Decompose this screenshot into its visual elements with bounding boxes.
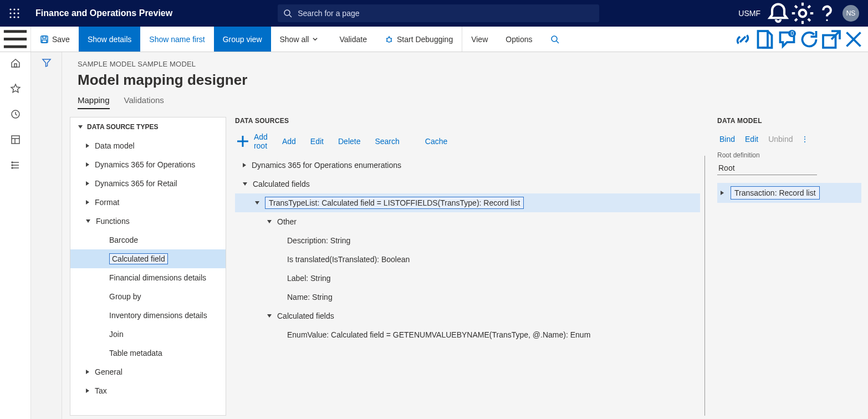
type-tax[interactable]: Tax xyxy=(70,381,226,400)
action-bar: Save Show details Show name first Group … xyxy=(0,27,868,52)
type-d365retail[interactable]: Dynamics 365 for Retail xyxy=(70,174,226,193)
type-d365ops[interactable]: Dynamics 365 for Operations xyxy=(70,155,226,174)
src-enum[interactable]: Dynamics 365 for Operations enumerations xyxy=(235,156,700,175)
link-icon[interactable] xyxy=(732,27,754,52)
type-label: Inventory dimensions details xyxy=(109,311,207,320)
src-label: Calculated fields xyxy=(277,311,334,320)
data-sources-actions: Add root Add Edit Delete Search Cache xyxy=(235,130,705,156)
root-definition-value[interactable]: Root xyxy=(717,161,817,175)
type-group-by[interactable]: Group by xyxy=(70,287,226,306)
gear-icon[interactable] xyxy=(790,0,815,27)
model-tree-row[interactable]: Transaction: Record list xyxy=(717,183,861,203)
type-general[interactable]: General xyxy=(70,362,226,381)
find-button[interactable] xyxy=(542,27,571,52)
nav-toggle-icon[interactable] xyxy=(0,27,31,52)
data-model-actions: Bind Edit Unbind ⋮ xyxy=(717,135,861,144)
add-button[interactable]: Add xyxy=(279,137,296,146)
filter-column xyxy=(31,52,62,419)
app-launcher-icon[interactable] xyxy=(0,8,29,18)
search-input[interactable]: Search for a page xyxy=(278,4,599,22)
src-description[interactable]: Description: String xyxy=(235,231,700,250)
show-details-button[interactable]: Show details xyxy=(79,27,140,52)
src-label: TransTypeList: Calculated field = LISTOF… xyxy=(265,197,524,209)
model-edit-button[interactable]: Edit xyxy=(743,135,758,144)
data-source-types-header[interactable]: DATA SOURCE TYPES xyxy=(70,117,226,136)
svg-point-5 xyxy=(17,12,19,14)
src-other[interactable]: Other xyxy=(235,212,700,231)
caret-right-icon xyxy=(721,191,724,195)
data-model-panel: DATA MODEL Bind Edit Unbind ⋮ Root defin… xyxy=(712,117,861,416)
workspace-icon[interactable] xyxy=(10,134,21,145)
type-financial-dimensions[interactable]: Financial dimensions details xyxy=(70,268,226,287)
model-more-button[interactable]: ⋮ xyxy=(801,135,809,144)
type-inventory-dimensions[interactable]: Inventory dimensions details xyxy=(70,306,226,325)
messages-badge: 0 xyxy=(788,30,796,37)
src-label: EnumValue: Calculated field = GETENUMVAL… xyxy=(287,330,590,339)
home-icon[interactable] xyxy=(10,58,21,69)
svg-point-19 xyxy=(387,38,391,42)
validate-button[interactable]: Validate xyxy=(330,27,376,52)
src-enumvalue[interactable]: EnumValue: Calculated field = GETENUMVAL… xyxy=(235,325,700,344)
src-transtype[interactable]: TransTypeList: Calculated field = LISTOF… xyxy=(235,193,700,212)
src-label-field[interactable]: Label: String xyxy=(235,269,700,288)
src-label: Calculated fields xyxy=(253,180,310,188)
type-format[interactable]: Format xyxy=(70,193,226,212)
modules-icon[interactable] xyxy=(10,160,21,171)
add-label: Add xyxy=(282,137,296,146)
tab-validations[interactable]: Validations xyxy=(124,95,164,109)
caret-down-icon xyxy=(78,125,83,129)
model-edit-label: Edit xyxy=(745,135,758,144)
src-calc-fields[interactable]: Calculated fields xyxy=(235,175,700,193)
type-barcode[interactable]: Barcode xyxy=(70,231,226,249)
cache-button[interactable]: Cache xyxy=(422,137,447,146)
type-calculated-field[interactable]: Calculated field xyxy=(70,249,226,268)
bind-button[interactable]: Bind xyxy=(717,135,735,144)
src-label: Name: String xyxy=(287,293,333,302)
edit-button[interactable]: Edit xyxy=(307,137,324,146)
type-label: Table metadata xyxy=(109,349,162,357)
company-code[interactable]: USMF xyxy=(733,9,766,18)
search-placeholder: Search for a page xyxy=(298,9,359,18)
bell-icon[interactable] xyxy=(766,0,790,27)
src-calc-fields2[interactable]: Calculated fields xyxy=(235,306,700,325)
type-data-model[interactable]: Data model xyxy=(70,136,226,155)
tab-mapping[interactable]: Mapping xyxy=(78,95,110,109)
funnel-icon[interactable] xyxy=(42,58,52,68)
src-name-field[interactable]: Name: String xyxy=(235,288,700,306)
delete-button[interactable]: Delete xyxy=(335,137,360,146)
type-table-metadata[interactable]: Table metadata xyxy=(70,344,226,362)
messages-icon[interactable]: 0 xyxy=(776,27,798,52)
show-name-first-button[interactable]: Show name first xyxy=(140,27,213,52)
recent-icon[interactable] xyxy=(10,109,21,120)
start-debugging-label: Start Debugging xyxy=(397,35,453,44)
svg-point-2 xyxy=(17,8,19,10)
search-button[interactable]: Search xyxy=(371,137,399,146)
refresh-icon[interactable] xyxy=(798,27,820,52)
tabs: Mapping Validations xyxy=(62,95,868,109)
help-icon[interactable] xyxy=(815,0,839,27)
add-root-button[interactable]: Add root xyxy=(235,132,268,150)
type-label: Dynamics 365 for Retail xyxy=(95,179,177,188)
show-all-button[interactable]: Show all xyxy=(271,27,331,52)
actionbar-right: 0 xyxy=(732,27,868,52)
view-label: View xyxy=(471,35,488,44)
start-debugging-button[interactable]: Start Debugging xyxy=(376,27,462,52)
star-icon[interactable] xyxy=(10,83,21,94)
close-icon[interactable] xyxy=(843,27,865,52)
type-label: Financial dimensions details xyxy=(109,273,206,282)
popout-icon[interactable] xyxy=(820,27,843,52)
avatar[interactable]: NS xyxy=(843,5,859,22)
svg-point-9 xyxy=(284,10,290,16)
page-icon[interactable] xyxy=(754,27,776,52)
svg-rect-17 xyxy=(43,36,46,38)
type-functions[interactable]: Functions xyxy=(70,212,226,231)
group-view-button[interactable]: Group view xyxy=(214,27,271,52)
app-title: Finance and Operations Preview xyxy=(29,8,172,18)
data-source-types-panel: DATA SOURCE TYPES Data model Dynamics 36… xyxy=(70,117,226,416)
src-is-translated[interactable]: Is translated(IsTranslated): Boolean xyxy=(235,250,700,269)
save-button[interactable]: Save xyxy=(31,27,79,52)
type-label: General xyxy=(95,367,122,376)
options-button[interactable]: Options xyxy=(497,27,541,52)
view-button[interactable]: View xyxy=(462,27,497,52)
type-join[interactable]: Join xyxy=(70,325,226,344)
